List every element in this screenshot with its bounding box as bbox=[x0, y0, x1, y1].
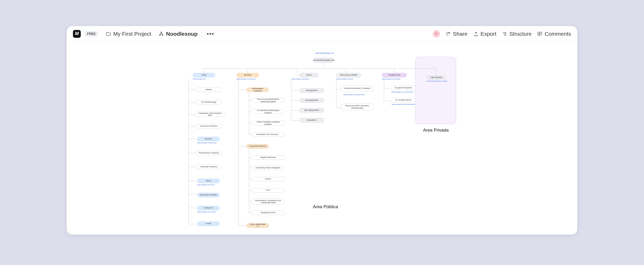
document-name: Noodlesoup bbox=[166, 31, 197, 37]
node-home[interactable]: Home bbox=[193, 73, 215, 77]
share-label: Share bbox=[453, 31, 468, 37]
node-cofounders[interactable]: Co-founders performance program bbox=[251, 109, 285, 114]
node-resources-link[interactable]: Resources & Media bbox=[197, 193, 220, 197]
node-about-link-url: federicavegas.com/about bbox=[197, 184, 215, 186]
node-media[interactable]: Media (Entrevistas, Podcasts) bbox=[341, 85, 374, 92]
label-area-publica: Area Pública bbox=[313, 204, 338, 209]
separator bbox=[155, 31, 155, 37]
node-media-url: federicavegas.com/blog/media bbox=[343, 94, 364, 95]
comments-icon bbox=[537, 31, 542, 36]
export-button[interactable]: Export bbox=[473, 31, 497, 37]
label-area-privada: Area Privada bbox=[423, 128, 449, 133]
node-home-url: federicavegas.com bbox=[193, 78, 206, 80]
node-curso[interactable]: Curso catal propio *** bbox=[246, 223, 269, 228]
svg-point-1 bbox=[159, 34, 160, 35]
node-1on1[interactable]: One-on-one performance coaching program bbox=[251, 98, 285, 103]
area-privada-box bbox=[415, 57, 456, 124]
node-culture[interactable]: Culture bbox=[251, 177, 285, 181]
node-about-url: federicavegas.com/about bbox=[292, 78, 309, 80]
node-login-url: www.federicavegas.com/login bbox=[426, 80, 447, 82]
node-corpsol-head[interactable]: Corporate Solutions bbox=[246, 144, 269, 149]
node-contact-url: federicavegas.com/contact bbox=[382, 78, 400, 80]
plan-badge: FREE bbox=[84, 31, 98, 37]
project-name: My First Project bbox=[113, 31, 151, 37]
node-accelerate[interactable]: Accelerate Your Success… bbox=[251, 132, 285, 137]
share-button[interactable]: Share bbox=[446, 31, 468, 37]
comments-label: Comments bbox=[544, 31, 571, 37]
separator bbox=[102, 31, 102, 37]
svg-point-2 bbox=[162, 34, 163, 35]
node-education[interactable]: Educations bbox=[299, 118, 324, 122]
node-existing-url: federicavegas.com/contact/clients bbox=[392, 103, 415, 105]
node-existing[interactable]: for existing clients bbox=[391, 98, 416, 102]
node-services-link[interactable]: Services bbox=[197, 137, 220, 141]
more-menu[interactable]: ••• bbox=[205, 30, 216, 37]
export-icon bbox=[473, 31, 479, 36]
node-pclt[interactable]: Performance Coaching for the Leadership … bbox=[251, 199, 285, 205]
node-perfcoach-head[interactable]: Performance Coaching bbox=[246, 88, 269, 92]
root-url-tiny: www.federicavegas.com bbox=[312, 52, 338, 54]
node-lti[interactable]: Leadership Team Integration bbox=[251, 166, 285, 170]
sitemap-icon bbox=[159, 31, 164, 36]
svg-point-0 bbox=[161, 32, 162, 33]
node-methodology[interactable]: Our Methodology bbox=[196, 100, 222, 104]
node-footer[interactable]: Footer bbox=[197, 221, 220, 226]
app-logo[interactable]: M bbox=[73, 30, 81, 38]
node-general-url: federicavegas.com/contact/new bbox=[392, 91, 413, 93]
node-about-link[interactable]: About bbox=[197, 179, 220, 183]
share-icon bbox=[446, 31, 451, 36]
toolbar: M FREE My First Project Noodlesoup ••• O… bbox=[67, 26, 577, 42]
node-contact-link-url: federicavegas.com/contact bbox=[197, 211, 216, 213]
separator bbox=[201, 31, 202, 37]
diagram-canvas[interactable]: www.federicavegas.com www.federicavegas.… bbox=[67, 42, 577, 235]
node-resources-url: federicavegas.com/blog bbox=[336, 78, 353, 80]
project-breadcrumb[interactable]: My First Project bbox=[106, 31, 151, 37]
node-approach[interactable]: My Approach bbox=[299, 88, 324, 93]
node-career[interactable]: Career transition coaching program bbox=[251, 121, 285, 125]
node-okrs[interactable]: Okr's bbox=[251, 188, 285, 193]
node-dignity[interactable]: Dignity Workshop bbox=[251, 155, 285, 160]
node-services[interactable]: Services bbox=[237, 73, 259, 77]
node-about[interactable]: About bbox=[299, 73, 319, 77]
node-general[interactable]: for general inquiries bbox=[391, 86, 416, 90]
node-header[interactable]: Header bbox=[196, 88, 222, 92]
node-services-link-url: federicavegas.com/services bbox=[197, 142, 216, 144]
app-window: M FREE My First Project Noodlesoup ••• O… bbox=[67, 26, 577, 235]
structure-button[interactable]: Structure bbox=[502, 31, 531, 37]
root-node[interactable]: www.federicavegas.com bbox=[313, 58, 334, 63]
node-reviews[interactable]: Customers Reviews bbox=[196, 124, 222, 128]
node-perfcoach1[interactable]: Performance Coaching bbox=[196, 151, 222, 155]
node-resources[interactable]: Resources & Media bbox=[336, 73, 361, 77]
folder-icon bbox=[106, 31, 111, 36]
structure-icon bbox=[502, 31, 507, 36]
structure-label: Structure bbox=[509, 31, 531, 37]
comments-button[interactable]: Comments bbox=[537, 31, 571, 37]
node-login[interactable]: Login (private) bbox=[426, 76, 446, 79]
node-contact[interactable]: Contact Form bbox=[382, 73, 407, 77]
node-services-url: federicavegas.com/services bbox=[237, 78, 256, 80]
node-speaking[interactable]: Speaking Events bbox=[251, 211, 285, 215]
node-pdfresources[interactable]: Resources (PDF, ejercicios, herramientas… bbox=[341, 103, 374, 110]
node-contact-link[interactable]: Contact Us bbox=[197, 206, 220, 210]
node-companies[interactable]: Companies I have Worked With bbox=[195, 112, 225, 117]
node-superpowers[interactable]: My Superpowers bbox=[299, 108, 324, 113]
document-breadcrumb[interactable]: Noodlesoup bbox=[159, 31, 197, 37]
export-label: Export bbox=[481, 31, 497, 37]
avatar[interactable]: O bbox=[433, 30, 440, 38]
node-experience[interactable]: My Experience bbox=[299, 98, 324, 103]
node-corpsol1[interactable]: Corporate Solutions bbox=[196, 165, 222, 169]
